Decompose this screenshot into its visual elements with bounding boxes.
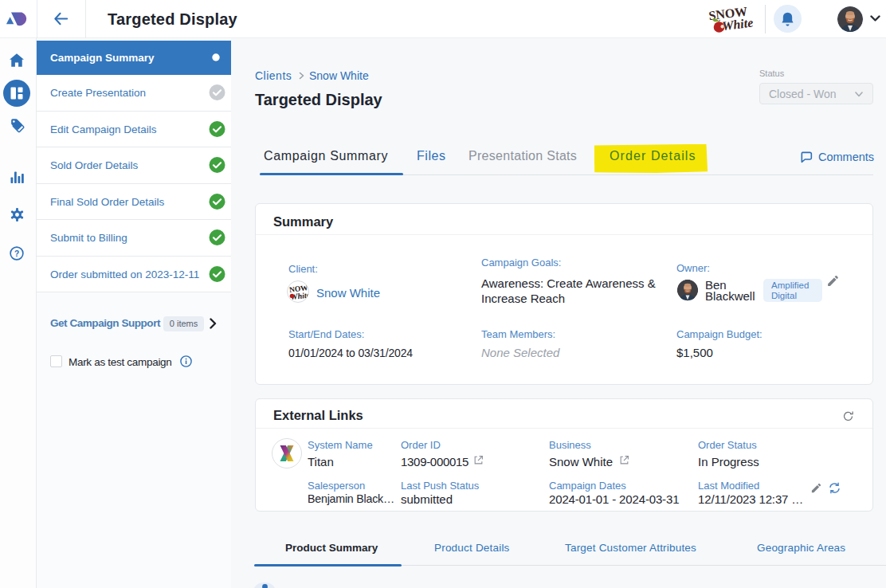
svg-text:White: White	[721, 16, 754, 33]
svg-text:?: ?	[14, 249, 19, 257]
